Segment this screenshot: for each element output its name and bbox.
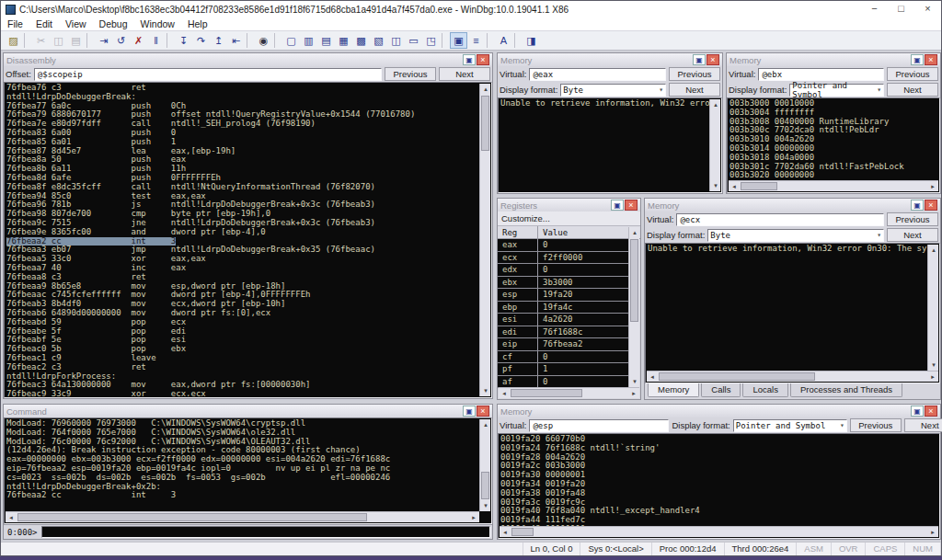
scroll-thumb[interactable] [481, 96, 489, 151]
menu-item[interactable]: Window [134, 17, 181, 30]
memory-ebx-content[interactable]: 003b3000 00010000003b3004 ffffffff003b30… [727, 97, 940, 193]
scroll-thumb[interactable] [17, 513, 367, 521]
menu-item[interactable]: Edit [29, 17, 59, 30]
scroll-down-icon[interactable]: ▾ [629, 376, 640, 387]
close-panel-icon[interactable]: × [477, 406, 489, 417]
register-row[interactable]: pf 1 [498, 363, 629, 376]
stop-debugging-icon[interactable]: ✗ [130, 32, 147, 49]
scratch-pad-icon[interactable]: ▭ [405, 32, 422, 49]
float-window-icon[interactable]: ▣ [463, 54, 476, 65]
horizontal-scrollbar[interactable]: ◂ ▸ [6, 511, 479, 522]
scroll-up-icon[interactable]: ▴ [480, 419, 491, 430]
command-window-icon[interactable]: ▢ [282, 32, 300, 49]
previous-button[interactable]: Previous [887, 212, 938, 226]
tab-calls[interactable]: Calls [701, 383, 741, 397]
next-button[interactable]: Next [887, 83, 938, 97]
float-window-icon[interactable]: ▣ [463, 406, 476, 417]
register-row[interactable]: edi 76f1688c [498, 326, 629, 339]
step-over-icon[interactable]: ↷ [192, 32, 210, 49]
memory-esp-content[interactable]: 0019fa20 660770b00019fa24 76f1688c ntdll… [498, 433, 940, 539]
close-panel-icon[interactable]: × [925, 200, 937, 211]
display-format-select[interactable]: Pointer and Symbol ▾ [789, 84, 884, 97]
scroll-right-icon[interactable]: ▸ [628, 388, 639, 399]
register-row[interactable]: eip 76fbeaa2 [498, 338, 629, 351]
close-panel-icon[interactable]: × [925, 406, 937, 417]
scroll-thumb[interactable] [511, 389, 582, 397]
scroll-up-icon[interactable]: ▴ [710, 99, 721, 110]
next-button[interactable]: Next [669, 83, 720, 97]
customize-button[interactable]: Customize... [498, 211, 640, 226]
vertical-scrollbar[interactable]: ▴ ▾ [927, 245, 938, 371]
next-button[interactable]: Next [887, 228, 938, 242]
font-icon[interactable]: A [495, 32, 512, 49]
register-row[interactable]: edx 0 [498, 264, 629, 277]
tab-memory[interactable]: Memory [648, 383, 699, 397]
display-format-select[interactable]: Byte ▾ [707, 229, 884, 242]
run-to-cursor-icon[interactable]: ⇤ [227, 32, 245, 49]
next-button[interactable]: Next [439, 67, 490, 81]
scroll-thumb[interactable] [481, 472, 489, 499]
register-row[interactable]: af 0 [498, 376, 629, 389]
scroll-down-icon[interactable]: ▾ [710, 180, 721, 191]
previous-button[interactable]: Previous [850, 418, 902, 432]
register-row[interactable]: ecx f2ff0000 [498, 252, 629, 265]
virtual-input[interactable] [758, 68, 884, 81]
close-panel-icon[interactable]: × [477, 54, 489, 65]
scroll-left-icon[interactable]: ◂ [729, 181, 740, 192]
menu-item[interactable]: File [1, 17, 29, 30]
maximize-button[interactable]: □ [888, 1, 914, 17]
display-format-select[interactable]: Byte ▾ [560, 84, 666, 97]
vertical-scrollbar[interactable]: ▴ ▾ [479, 84, 490, 396]
close-panel-icon[interactable]: × [925, 54, 937, 65]
scroll-left-icon[interactable]: ◂ [647, 371, 658, 383]
tab-processes-and-threads[interactable]: Processes and Threads [790, 383, 902, 397]
close-panel-icon[interactable]: × [625, 200, 638, 211]
display-format-select[interactable]: Pointer and Symbol ▾ [733, 419, 847, 432]
command-input[interactable] [41, 526, 490, 538]
float-window-icon[interactable]: ▣ [611, 200, 624, 211]
processes-window-icon[interactable]: ◳ [422, 32, 440, 49]
virtual-input[interactable] [529, 68, 666, 81]
break-icon[interactable]: ‖ [147, 32, 165, 49]
close-button[interactable]: × [914, 1, 941, 17]
step-into-icon[interactable]: ↧ [175, 32, 192, 49]
vertical-scrollbar[interactable]: ▴ ▾ [628, 227, 639, 387]
float-window-icon[interactable]: ▣ [911, 54, 924, 65]
memory-ecx-content[interactable]: Unable to retrieve information, Win32 er… [645, 243, 940, 383]
registers-table[interactable]: Reg Value eax 0 ecx f2ff0000 [498, 226, 640, 399]
vertical-scrollbar[interactable]: ▴ ▾ [709, 99, 720, 191]
insert-breakpoint-icon[interactable]: ◉ [255, 32, 272, 49]
menu-item[interactable]: Help [181, 17, 214, 30]
scroll-left-icon[interactable]: ◂ [499, 388, 510, 399]
scroll-thumb[interactable] [511, 528, 534, 536]
scroll-thumb[interactable] [659, 372, 815, 381]
source-mode-off-icon[interactable]: ≡ [467, 32, 485, 49]
scroll-thumb[interactable] [741, 182, 777, 190]
scroll-right-icon[interactable]: ▸ [927, 371, 938, 383]
scroll-down-icon[interactable]: ▾ [480, 385, 491, 396]
options-icon[interactable]: ◨ [523, 32, 540, 49]
close-panel-icon[interactable]: × [706, 54, 719, 65]
scroll-down-icon[interactable]: ▾ [480, 500, 491, 511]
menu-item[interactable]: View [59, 17, 93, 30]
memory-eax-content[interactable]: Unable to retrieve information, Win32 er… [498, 97, 722, 193]
step-out-icon[interactable]: ↥ [210, 32, 227, 49]
source-mode-on-icon[interactable]: ▣ [450, 32, 467, 49]
scroll-left-icon[interactable]: ◂ [500, 527, 511, 538]
register-row[interactable]: eax 0 [498, 239, 629, 252]
horizontal-scrollbar[interactable]: ◂ ▸ [499, 387, 639, 398]
float-window-icon[interactable]: ▣ [911, 406, 924, 417]
watch-window-icon[interactable]: ▥ [300, 32, 317, 49]
horizontal-scrollbar[interactable]: ◂ ▸ [647, 371, 938, 382]
scroll-thumb[interactable] [630, 239, 638, 322]
scroll-left-icon[interactable]: ◂ [6, 512, 17, 523]
register-row[interactable]: ebp 19fa4c [498, 302, 629, 314]
next-button[interactable]: Next [904, 418, 942, 432]
scroll-up-icon[interactable]: ▴ [928, 245, 939, 256]
register-row[interactable]: esi 4a2620 [498, 314, 629, 326]
open-source-file-icon[interactable]: ▨ [5, 32, 22, 49]
vertical-scrollbar[interactable]: ▴ ▾ [479, 419, 490, 511]
register-row[interactable]: ebx 3b3000 [498, 277, 629, 290]
horizontal-scrollbar[interactable]: ◂ ▸ [729, 180, 938, 191]
restart-icon[interactable]: ↺ [112, 32, 130, 49]
